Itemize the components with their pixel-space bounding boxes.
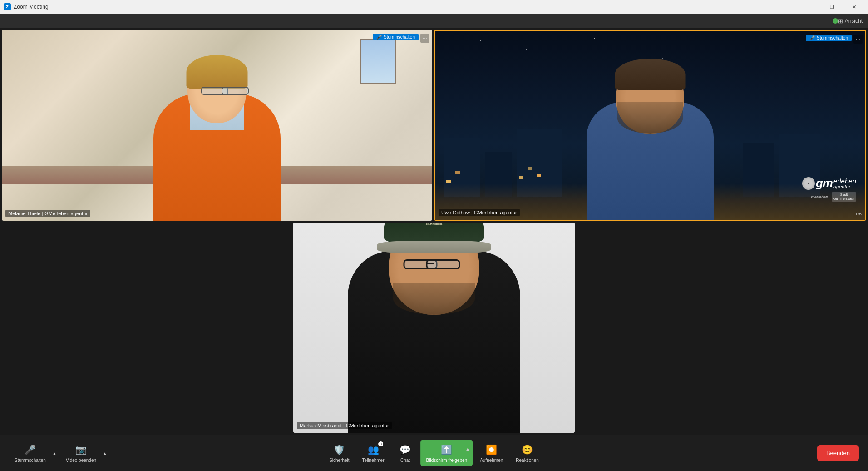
zoom-app-icon: Z (4, 3, 11, 10)
video-label: Video beenden (66, 458, 96, 463)
mute-chevron[interactable]: ▲ (50, 446, 59, 459)
maximize-button[interactable]: ❐ (822, 0, 843, 14)
security-button[interactable]: 🛡️ Sicherheit (324, 440, 355, 466)
bottom-video-row: GROOVESCHMIEDE Markus Missbrandt | GMerl… (2, 223, 866, 433)
mute-label: Stummschalten (15, 458, 46, 463)
mute-control-group: 🎤 Stummschalten ▲ (9, 440, 59, 466)
office-window (360, 39, 396, 84)
name-label-melanie: Melanie Thiele | GMerleben agentur (5, 210, 90, 217)
toolbar-center-controls: 🛡️ Sicherheit 👥 3 Teilnehmer 💬 Chat ⬆️ B… (324, 440, 544, 466)
name-label-uwe: Uwe Gothow | GMerleben agentur (439, 209, 520, 216)
top-video-row: 🎤 Stummschalten ··· Melanie Thiele | GMe… (2, 30, 866, 221)
grid-icon: ⊞ (838, 18, 843, 25)
end-meeting-button[interactable]: Beenden (817, 445, 859, 461)
titlebar: Z Zoom Meeting ─ ❐ ✕ (0, 0, 868, 14)
security-label: Sicherheit (329, 458, 349, 463)
connection-status (833, 18, 838, 24)
gm-circle-icon: ● (802, 177, 815, 190)
more-options-melanie[interactable]: ··· (420, 34, 429, 43)
toolbar-right-controls: Beenden (817, 445, 859, 461)
ansicht-label: Ansicht (845, 18, 863, 24)
record-label: Aufnehmen (480, 458, 503, 463)
video-control-group: 📷 Video beenden ▲ (60, 440, 109, 466)
name-label-markus: Markus Missbrandt | GMerleben agentur (297, 422, 392, 429)
chat-button[interactable]: 💬 Chat (392, 440, 419, 466)
reactions-icon: 😊 (521, 443, 534, 456)
participants-label: Teilnehmer (362, 458, 385, 463)
participants-button[interactable]: 👥 3 Teilnehmer (357, 440, 390, 466)
mic-muted-icon: 🎤 (376, 35, 382, 40)
db-badge: DB (856, 212, 862, 216)
toolbar-left-controls: 🎤 Stummschalten ▲ 📷 Video beenden ▲ (9, 440, 109, 466)
status-dot-icon (833, 18, 838, 24)
record-button[interactable]: ⏺️ Aufnehmen (474, 440, 508, 466)
chat-icon: 💬 (399, 443, 412, 456)
stadt-gummersbach-badge: StadtGummersbach (832, 192, 856, 202)
reactions-label: Reaktionen (516, 458, 539, 463)
more-options-uwe[interactable]: ··· (853, 35, 863, 44)
shield-icon: 🛡️ (333, 443, 345, 456)
reactions-button[interactable]: 😊 Reaktionen (510, 440, 544, 466)
video-button[interactable]: 📷 Video beenden (60, 440, 102, 466)
video-area: 🎤 Stummschalten ··· Melanie Thiele | GMe… (0, 28, 868, 435)
camera-icon: 📷 (74, 443, 87, 456)
record-icon: ⏺️ (485, 443, 498, 456)
video-tile-markus: GROOVESCHMIEDE Markus Missbrandt | GMerl… (293, 223, 575, 433)
video-chevron[interactable]: ▲ (101, 446, 109, 459)
mute-button[interactable]: 🎤 Stummschalten (9, 440, 51, 466)
gm-logo: ● gm erleben agentur merleben StadtGumme… (802, 176, 856, 202)
share-screen-icon: ⬆️ (440, 443, 453, 456)
close-button[interactable]: ✕ (843, 0, 864, 14)
microphone-icon: 🎤 (24, 443, 36, 456)
minimize-button[interactable]: ─ (800, 0, 821, 14)
participants-icon: 👥 (367, 443, 380, 456)
window-title: Zoom Meeting (14, 4, 49, 10)
mic-muted-uwe-icon: 🎤 (809, 35, 815, 40)
share-screen-button[interactable]: ⬆️ Bildschirm freigeben ▲ (421, 440, 473, 466)
merleben-label: merleben (811, 195, 829, 199)
share-chevron[interactable]: ▲ (464, 442, 471, 455)
chat-label: Chat (400, 458, 410, 463)
video-tile-melanie: 🎤 Stummschalten ··· Melanie Thiele | GMe… (2, 30, 432, 221)
video-tile-uwe: ● gm erleben agentur merleben StadtGumme… (434, 30, 866, 221)
toolbar: 🎤 Stummschalten ▲ 📷 Video beenden ▲ 🛡️ S… (0, 435, 868, 471)
view-button[interactable]: ⊞ Ansicht (838, 18, 863, 25)
mute-badge-melanie[interactable]: 🎤 Stummschalten (373, 34, 419, 40)
mute-badge-uwe[interactable]: 🎤 Stummschalten (806, 35, 852, 41)
top-bar: ⊞ Ansicht (0, 14, 868, 28)
share-label: Bildschirm freigeben (426, 458, 468, 463)
gm-partner-logos: merleben StadtGummersbach (811, 192, 856, 202)
